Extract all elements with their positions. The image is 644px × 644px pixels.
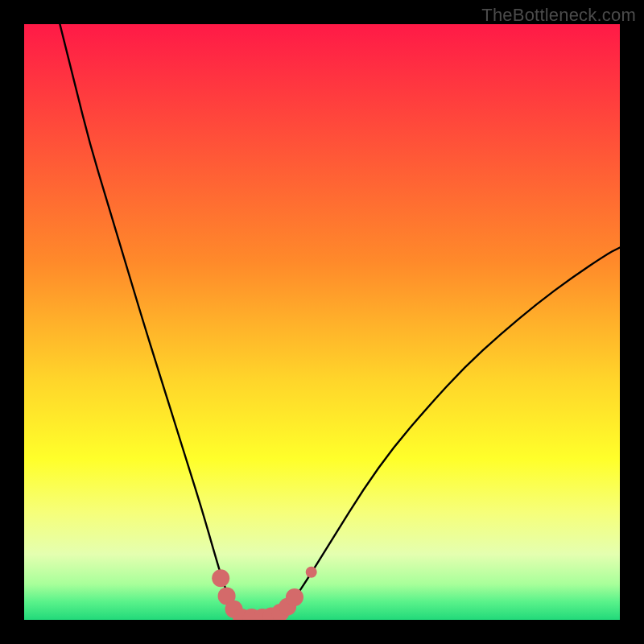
optimum-marker	[286, 588, 303, 606]
chart-frame: TheBottleneck.com	[0, 0, 644, 644]
optimum-marker	[212, 569, 229, 587]
bottleneck-chart	[24, 24, 620, 620]
watermark-text: TheBottleneck.com	[481, 5, 636, 26]
chart-background	[24, 24, 620, 620]
optimum-marker	[306, 567, 317, 578]
plot-area	[24, 24, 620, 620]
